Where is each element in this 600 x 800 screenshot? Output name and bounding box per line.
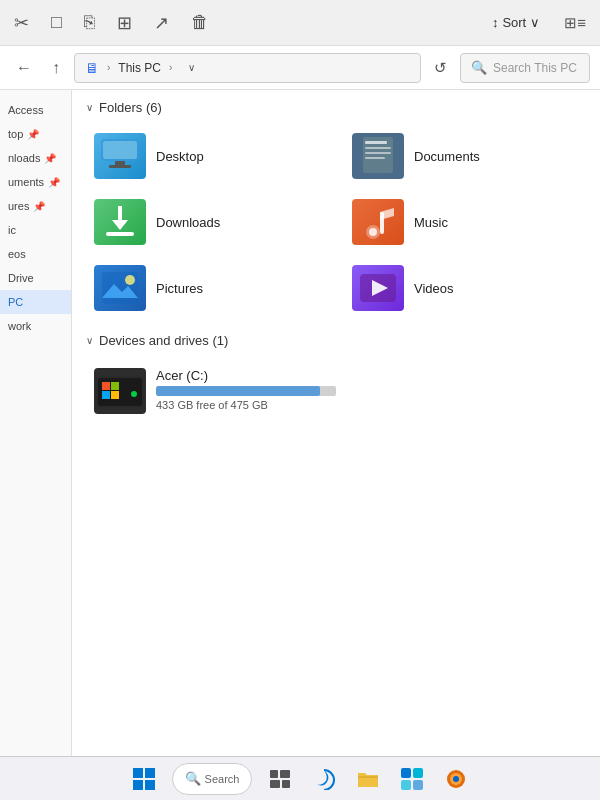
svg-rect-38 [413, 768, 423, 778]
svg-rect-8 [365, 157, 385, 159]
devices-chevron[interactable]: ∨ [86, 335, 93, 346]
sidebar-item-music[interactable]: ic [0, 218, 71, 242]
task-view-button[interactable] [264, 763, 296, 795]
sidebar-item-pictures[interactable]: ures 📌 [0, 194, 71, 218]
pin-icon: 📌 [33, 201, 45, 212]
svg-marker-11 [112, 220, 128, 230]
drive-c-icon [94, 368, 146, 414]
sidebar-item-label: Drive [8, 272, 34, 284]
svg-rect-37 [401, 768, 411, 778]
drive-c-size: 433 GB free of 475 GB [156, 399, 336, 411]
pin-icon: 📌 [27, 129, 39, 140]
sidebar-item-downloads[interactable]: nloads 📌 [0, 146, 71, 170]
drive-bar-background [156, 386, 336, 396]
windows-start-button[interactable] [128, 763, 160, 795]
sidebar-item-drive[interactable]: Drive [0, 266, 71, 290]
folder-documents-thumb [352, 133, 404, 179]
new-folder-icon[interactable]: ⊞ [111, 8, 138, 38]
svg-rect-33 [270, 770, 278, 778]
sidebar-item-videos[interactable]: eos [0, 242, 71, 266]
sidebar-item-label: top [8, 128, 23, 140]
cut-icon[interactable]: ✂ [8, 8, 35, 38]
folder-item-desktop[interactable]: Desktop [86, 127, 328, 185]
svg-rect-3 [109, 165, 131, 168]
device-item-c[interactable]: Acer (C:) 433 GB free of 475 GB [86, 360, 586, 422]
folder-item-documents[interactable]: Documents [344, 127, 586, 185]
share-icon[interactable]: ↗ [148, 8, 175, 38]
svg-point-14 [369, 228, 377, 236]
folder-desktop-label: Desktop [156, 149, 204, 164]
sidebar-item-label: ures [8, 200, 29, 212]
search-taskbar-icon: 🔍 [185, 771, 201, 786]
this-pc-icon: 🖥 [85, 60, 99, 76]
up-button[interactable]: ↑ [46, 55, 66, 81]
sidebar-item-label: PC [8, 296, 23, 308]
sidebar-item-label: eos [8, 248, 26, 260]
sidebar: Access top 📌 nloads 📌 uments 📌 ures 📌 ic… [0, 90, 72, 756]
svg-rect-2 [115, 161, 125, 165]
sidebar-item-documents[interactable]: uments 📌 [0, 170, 71, 194]
folder-music-label: Music [414, 215, 448, 230]
svg-rect-35 [270, 780, 280, 788]
toolbar: ✂ □ ⎘ ⊞ ↗ 🗑 ↕ Sort ∨ ⊞≡ [0, 0, 600, 46]
svg-point-19 [125, 275, 135, 285]
folder-downloads-thumb [94, 199, 146, 245]
file-explorer-taskbar-button[interactable] [352, 763, 384, 795]
view-button[interactable]: ⊞≡ [558, 10, 592, 36]
folder-item-pictures[interactable]: Pictures [86, 259, 328, 317]
content-area: ∨ Folders (6) Desktop [72, 90, 600, 756]
address-bar: ← ↑ 🖥 › This PC › ∨ ↺ 🔍 Search This PC [0, 46, 600, 90]
svg-rect-5 [365, 141, 387, 144]
sidebar-item-this-pc[interactable]: PC [0, 290, 71, 314]
path-dropdown-chevron[interactable]: ∨ [188, 62, 195, 73]
svg-rect-24 [102, 382, 110, 390]
folders-section-header: ∨ Folders (6) [86, 100, 586, 115]
sidebar-item-label: uments [8, 176, 44, 188]
folder-item-music[interactable]: Music [344, 193, 586, 251]
edge-button[interactable] [308, 763, 340, 795]
devices-section: ∨ Devices and drives (1) [86, 333, 586, 422]
sort-label: Sort [502, 15, 526, 30]
sidebar-item-network[interactable]: work [0, 314, 71, 338]
folders-chevron[interactable]: ∨ [86, 102, 93, 113]
pin-icon: 📌 [44, 153, 56, 164]
sidebar-item-access[interactable]: Access [0, 98, 71, 122]
path-box[interactable]: 🖥 › This PC › ∨ [74, 53, 421, 83]
devices-section-label: Devices and drives (1) [99, 333, 228, 348]
sidebar-item-label: Access [8, 104, 43, 116]
paste-icon[interactable]: ⎘ [78, 8, 101, 37]
copy-icon[interactable]: □ [45, 8, 68, 37]
svg-rect-36 [282, 780, 290, 788]
folders-grid: Desktop Documents [86, 127, 586, 317]
search-placeholder[interactable]: Search This PC [493, 61, 577, 75]
folders-section-label: Folders (6) [99, 100, 162, 115]
path-separator-1: › [107, 62, 110, 73]
delete-icon[interactable]: 🗑 [185, 8, 215, 37]
sidebar-item-label: work [8, 320, 31, 332]
svg-rect-27 [111, 391, 119, 399]
folder-pictures-thumb [94, 265, 146, 311]
svg-rect-34 [280, 770, 290, 778]
search-taskbar-button[interactable]: 🔍 Search [172, 763, 252, 795]
sort-button[interactable]: ↕ Sort ∨ [484, 11, 548, 34]
svg-marker-16 [380, 208, 394, 220]
refresh-button[interactable]: ↺ [429, 56, 452, 80]
folder-desktop-thumb [94, 133, 146, 179]
folder-item-downloads[interactable]: Downloads [86, 193, 328, 251]
folder-item-videos[interactable]: Videos [344, 259, 586, 317]
svg-rect-1 [103, 141, 137, 159]
sidebar-item-desktop[interactable]: top 📌 [0, 122, 71, 146]
pin-icon: 📌 [48, 177, 60, 188]
folder-documents-label: Documents [414, 149, 480, 164]
svg-point-28 [131, 391, 137, 397]
search-box[interactable]: 🔍 Search This PC [460, 53, 590, 83]
svg-rect-6 [365, 147, 391, 149]
path-this-pc: This PC [118, 61, 161, 75]
store-button[interactable] [396, 763, 428, 795]
firefox-button[interactable] [440, 763, 472, 795]
back-button[interactable]: ← [10, 55, 38, 81]
main-area: Access top 📌 nloads 📌 uments 📌 ures 📌 ic… [0, 90, 600, 756]
svg-rect-31 [133, 780, 143, 790]
view-icon: ⊞≡ [564, 14, 586, 32]
sidebar-item-label: ic [8, 224, 16, 236]
